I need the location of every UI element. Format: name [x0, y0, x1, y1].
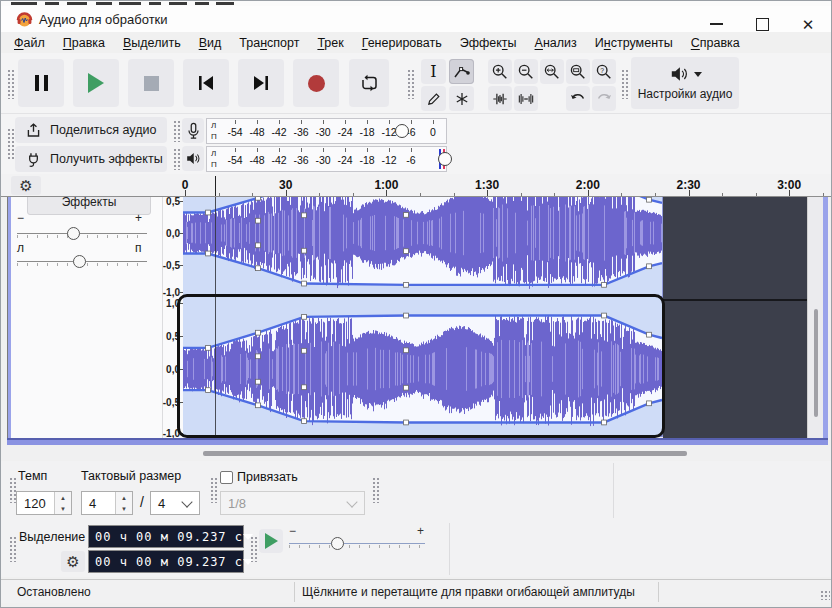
get-effects-button[interactable]: Получить эффекты	[15, 146, 167, 172]
envelope-control-point[interactable]	[404, 348, 409, 353]
meter-volume-slider-thumb[interactable]	[438, 152, 452, 166]
speed-slider-track[interactable]	[289, 543, 425, 544]
waveform-channel-1[interactable]	[183, 197, 663, 296]
timeline-ruler[interactable]: ⚙ 0301:001:302:002:303:00	[1, 174, 831, 197]
selection-tool-button[interactable]: I	[421, 59, 446, 84]
toolbar-grip[interactable]	[9, 477, 16, 503]
gain-slider-thumb[interactable]	[67, 227, 80, 240]
playback-meter-button[interactable]	[182, 146, 204, 171]
menu-item-файл[interactable]: Файл	[5, 36, 54, 50]
gain-slider-track[interactable]	[17, 233, 147, 234]
spin-up-icon[interactable]: ▲	[55, 492, 71, 503]
envelope-control-point[interactable]	[602, 420, 607, 425]
track-control-panel[interactable]: Эффекты − + л п	[11, 197, 163, 438]
menu-item-выделить[interactable]: Выделить	[114, 36, 190, 50]
vertical-scrollbar-thumb[interactable]	[814, 309, 818, 417]
playback-meter[interactable]: ЛП-54-48-42-36-30-24-18-12-6	[206, 146, 447, 172]
toolbar-grip[interactable]	[7, 128, 14, 160]
envelope-control-point[interactable]	[404, 282, 409, 287]
envelope-control-point[interactable]	[206, 210, 211, 215]
envelope-control-point[interactable]	[256, 197, 261, 200]
toolbar-grip[interactable]	[7, 69, 14, 99]
timesig-upper-spinbox[interactable]: 4 ▲▼	[81, 491, 133, 515]
audio-setup-button[interactable]: Настройки аудио	[631, 57, 739, 109]
selection-start-field[interactable]: 00 ч 00 м 09.237 с	[88, 525, 244, 548]
record-meter[interactable]: ЛП-54-48-42-36-30-24-18-12-60	[206, 118, 447, 144]
vertical-scale-ruler[interactable]: 0,50,0-0,5-1,01,00,50,0-0,5-1,0	[163, 197, 183, 438]
zoom-fit-button[interactable]	[566, 59, 590, 84]
play-button[interactable]	[73, 59, 119, 107]
envelope-control-point[interactable]	[404, 313, 409, 318]
envelope-control-point[interactable]	[647, 264, 652, 269]
zoom-selection-button[interactable]	[540, 59, 564, 84]
envelope-control-point[interactable]	[302, 281, 307, 286]
spin-down-icon[interactable]: ▼	[116, 503, 132, 514]
track-area-empty[interactable]	[663, 197, 807, 438]
envelope-control-point[interactable]	[404, 420, 409, 425]
redo-button[interactable]	[592, 86, 616, 111]
envelope-control-point[interactable]	[647, 197, 652, 202]
speed-slider-thumb[interactable]	[331, 537, 344, 550]
vertical-scrollbar[interactable]	[807, 197, 823, 438]
toolbar-grip[interactable]	[372, 477, 379, 503]
draw-tool-button[interactable]	[421, 86, 446, 111]
toolbar-grip[interactable]	[173, 148, 180, 170]
pan-slider-thumb[interactable]	[73, 255, 86, 268]
silence-selection-button[interactable]	[514, 86, 538, 111]
envelope-control-point[interactable]	[302, 419, 307, 424]
envelope-control-point[interactable]	[256, 243, 261, 248]
record-button[interactable]	[293, 59, 339, 107]
menu-item-инструменты[interactable]: Инструменты	[586, 36, 682, 50]
waveform-channel-2[interactable]	[183, 297, 663, 437]
envelope-control-point[interactable]	[256, 266, 261, 271]
menu-item-правка[interactable]: Правка	[54, 36, 114, 50]
share-audio-button[interactable]: Поделиться аудио	[15, 117, 167, 143]
envelope-control-point[interactable]	[404, 385, 409, 390]
spin-down-icon[interactable]: ▼	[55, 503, 71, 514]
toolbar-grip[interactable]	[210, 477, 217, 503]
envelope-control-point[interactable]	[602, 282, 607, 287]
zoom-toggle-button[interactable]: ?	[592, 59, 616, 84]
skip-to-end-button[interactable]	[238, 59, 284, 107]
zoom-out-button[interactable]	[514, 59, 538, 84]
zoom-in-button[interactable]	[488, 59, 512, 84]
menu-item-трек[interactable]: Трек	[308, 36, 352, 50]
envelope-control-point[interactable]	[404, 249, 409, 254]
horizontal-scrollbar[interactable]	[1, 447, 832, 460]
track-effects-button[interactable]: Эффекты	[27, 197, 151, 215]
window-resize-grip[interactable]	[820, 590, 830, 600]
multi-tool-button[interactable]	[449, 86, 474, 111]
toolbar-grip[interactable]	[407, 69, 414, 99]
envelope-control-point[interactable]	[302, 248, 307, 253]
envelope-control-point[interactable]	[206, 345, 211, 350]
envelope-control-point[interactable]	[302, 213, 307, 218]
envelope-control-point[interactable]	[256, 330, 261, 335]
menu-item-вид[interactable]: Вид	[190, 36, 231, 50]
envelope-control-point[interactable]	[404, 212, 409, 217]
snap-checkbox[interactable]	[220, 471, 233, 484]
stop-button[interactable]	[128, 59, 174, 107]
menu-item-транспорт[interactable]: Транспорт	[230, 36, 308, 50]
snap-combo[interactable]: 1/8	[220, 491, 365, 515]
envelope-control-point[interactable]	[256, 379, 261, 384]
envelope-control-point[interactable]	[647, 332, 652, 337]
toolbar-grip[interactable]	[9, 536, 16, 562]
skip-to-start-button[interactable]	[183, 59, 229, 107]
spin-up-icon[interactable]: ▲	[116, 492, 132, 503]
envelope-control-point[interactable]	[602, 313, 607, 318]
trim-outside-selection-button[interactable]	[488, 86, 512, 111]
menu-item-справка[interactable]: Справка	[682, 36, 749, 50]
tempo-spinbox[interactable]: 120 ▲▼	[16, 491, 72, 515]
selection-end-field[interactable]: 00 ч 00 м 09.237 с	[88, 550, 244, 573]
loop-button[interactable]	[349, 59, 389, 107]
pause-button[interactable]	[18, 59, 64, 107]
envelope-tool-button[interactable]	[449, 59, 474, 84]
timesig-upper-value[interactable]: 4	[82, 492, 115, 514]
title-bar[interactable]: Аудио для обработки ✕	[1, 6, 831, 32]
timesig-lower-combo[interactable]: 4	[150, 491, 200, 515]
tempo-value[interactable]: 120	[17, 492, 54, 514]
horizontal-scrollbar-thumb[interactable]	[203, 451, 687, 456]
undo-button[interactable]	[566, 86, 590, 111]
envelope-control-point[interactable]	[302, 314, 307, 319]
menu-item-эффекты[interactable]: Эффекты	[451, 36, 526, 50]
